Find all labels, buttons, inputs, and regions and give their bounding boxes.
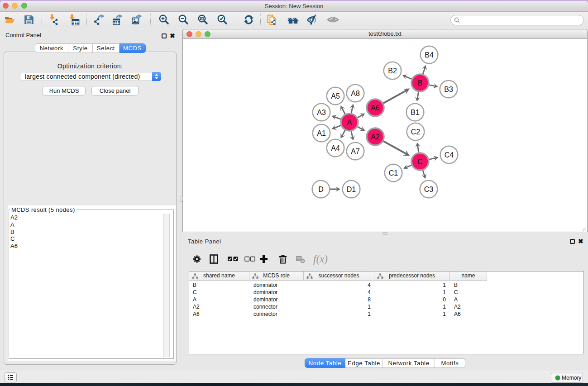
svg-text:A8: A8 (351, 90, 360, 97)
svg-text:C: C (417, 158, 423, 166)
svg-text:A6: A6 (371, 104, 380, 112)
svg-text:B1: B1 (411, 109, 420, 116)
svg-text:D1: D1 (347, 186, 356, 193)
svg-text:B4: B4 (425, 51, 434, 59)
svg-text:C3: C3 (424, 186, 434, 193)
svg-text:B3: B3 (444, 86, 453, 93)
svg-text:B2: B2 (388, 67, 397, 75)
svg-text:B: B (418, 79, 423, 87)
svg-text:f(x): f(x) (313, 253, 328, 265)
svg-text:A2: A2 (371, 133, 380, 141)
svg-text:A1: A1 (317, 129, 326, 137)
svg-text:A7: A7 (351, 148, 360, 155)
svg-text:A: A (347, 119, 352, 126)
svg-text:D: D (318, 186, 324, 193)
svg-text:C2: C2 (411, 128, 421, 136)
svg-text:C1: C1 (389, 169, 398, 177)
svg-text:A5: A5 (331, 92, 340, 100)
svg-text:A3: A3 (317, 109, 326, 116)
svg-text:C4: C4 (445, 151, 454, 159)
svg-text:A4: A4 (331, 144, 340, 152)
